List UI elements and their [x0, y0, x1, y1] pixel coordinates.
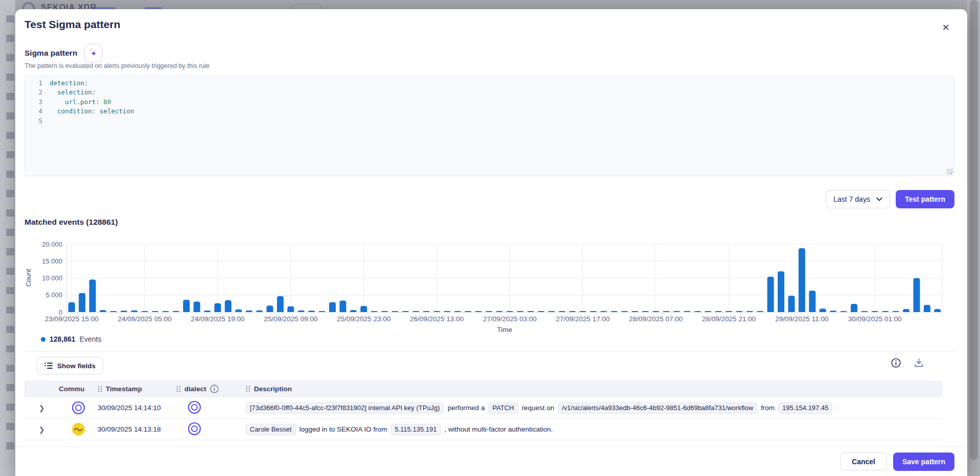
resize-grip[interactable] [947, 169, 953, 175]
sekoia-io-icon [188, 400, 201, 414]
x-axis-title: Time [497, 326, 512, 334]
chart-bar [465, 311, 472, 315]
line-number: 1 [25, 79, 50, 88]
chart-bar [454, 311, 461, 315]
chart-bar [402, 311, 409, 315]
chart-bar [913, 278, 920, 316]
sekoia-io-icon [188, 422, 201, 436]
chart-bar [548, 311, 555, 315]
events-chart: 05 00010 00015 00020 00023/09/2025 15:00… [19, 239, 947, 338]
chart-bar [611, 311, 617, 315]
chart-bar [632, 311, 638, 315]
x-tick-label: 28/09/2025 21:00 [702, 315, 756, 323]
chart-bar [68, 302, 75, 315]
chart-bar [726, 311, 732, 315]
chart-bar [204, 311, 211, 315]
sigma-code-editor[interactable]: 1detection:2 selection:3 url.port: 804 c… [25, 76, 954, 176]
chart-bar [579, 311, 586, 315]
close-icon[interactable]: ✕ [939, 20, 953, 35]
chart-bar [423, 311, 430, 315]
download-button[interactable] [914, 358, 924, 368]
chart-bar [215, 303, 221, 315]
chart-bar [340, 300, 346, 315]
description-cell: [73d366f0-0ff0-44c5-afcc-f23f7f831902] i… [246, 402, 943, 414]
column-label: Timestamp [106, 385, 142, 393]
description-text: from [761, 404, 775, 412]
description-text: , without multi-factor authentication. [445, 425, 553, 433]
chart-bar [736, 311, 742, 315]
chart-bar [496, 311, 503, 315]
chart-bar [558, 311, 565, 315]
y-tick-label: 10 000 [42, 274, 62, 282]
time-range-value: Last 7 days [833, 195, 870, 203]
legend-dot-icon [41, 337, 45, 342]
ai-generate-button[interactable]: ✦ ✧ [84, 44, 103, 62]
sigma-pattern-label: Sigma pattern [25, 49, 77, 58]
timestamp-cell: 30/09/2025 14:13:18 [98, 425, 176, 433]
download-icon [914, 358, 924, 368]
dimmed-chip [291, 4, 323, 9]
chart-bar [851, 304, 857, 315]
chart-bar [485, 311, 492, 315]
column-header-dialect[interactable]: dialect [176, 385, 246, 393]
column-header-timestamp[interactable]: Timestamp [98, 385, 176, 393]
description-text: request on [522, 404, 554, 412]
x-tick-label: 27/09/2025 17:00 [556, 315, 610, 323]
chart-bar [308, 311, 315, 315]
chart-bar [809, 291, 815, 315]
column-header-description[interactable]: Description [246, 385, 943, 393]
code-lines: 1detection:2 selection:3 url.port: 804 c… [25, 79, 954, 126]
y-tick-label: 5 000 [45, 291, 62, 299]
x-tick-label: 30/09/2025 01:00 [848, 315, 902, 323]
chart-bar [444, 311, 451, 315]
matched-events-table: Commu Timestamp dialect [25, 380, 943, 446]
chart-bar [569, 311, 576, 315]
chart-bar [152, 311, 158, 315]
show-fields-label: Show fields [57, 362, 96, 370]
cancel-button[interactable]: Cancel [840, 453, 887, 470]
table-row[interactable]: ❯ 30/09/2025 14:14:10 [73d366f0-0ff0-44c… [25, 397, 943, 419]
column-header-community[interactable]: Commu [59, 385, 98, 393]
chart-legend: 128,861 Events [41, 335, 101, 343]
sekoia-io-icon [72, 401, 85, 415]
chart-bar [350, 310, 357, 315]
page-scrollbar-thumb[interactable] [970, 0, 978, 460]
test-pattern-button[interactable]: Test pattern [896, 190, 954, 208]
chart-bar [89, 279, 96, 315]
chart-bar [79, 293, 85, 315]
chart-bar [600, 311, 607, 315]
column-label: Description [254, 385, 292, 393]
show-fields-button[interactable]: Show fields [37, 357, 103, 374]
time-range-select[interactable]: Last 7 days [826, 190, 890, 208]
timestamp-cell: 30/09/2025 14:14:10 [98, 404, 176, 412]
expand-row-chevron-icon[interactable]: ❯ [39, 404, 45, 412]
chart-bar [652, 311, 659, 315]
save-pattern-button[interactable]: Save pattern [893, 453, 954, 471]
chart-bar [142, 311, 148, 315]
description-text: performed a [448, 404, 485, 412]
table-info-button[interactable] [891, 358, 901, 368]
expand-row-chevron-icon[interactable]: ❯ [39, 425, 45, 434]
line-number: 3 [25, 98, 50, 107]
dimmed-page-header: SEKOIA XDR [15, 0, 967, 9]
chart-bar [767, 277, 774, 315]
chevron-down-icon [876, 197, 882, 201]
test-sigma-pattern-dialog: Test Sigma pattern ✕ Sigma pattern ✦ ✧ T… [15, 9, 967, 476]
x-tick-label: 28/09/2025 07:00 [629, 315, 683, 323]
table-row[interactable]: ❯ 30/09/2025 14:13:18 Carole Bessetlogge… [25, 419, 943, 440]
x-tick-label: 25/09/2025 23:00 [337, 315, 390, 323]
chart-bar [110, 311, 116, 315]
chart-bar [882, 311, 889, 315]
chart-bar [757, 311, 763, 315]
code-line: 4 condition: selection [25, 107, 954, 116]
chart-bar [684, 311, 690, 315]
chart-bar [162, 311, 169, 315]
drag-handle-icon [98, 386, 102, 392]
chart-bar [715, 311, 722, 315]
chart-bar [267, 305, 273, 315]
chart-bar [360, 306, 367, 315]
chart-bar [830, 311, 836, 315]
chart-bar [872, 311, 878, 315]
matched-events-heading: Matched events (128861) [25, 218, 118, 227]
chart-bar [225, 300, 231, 315]
